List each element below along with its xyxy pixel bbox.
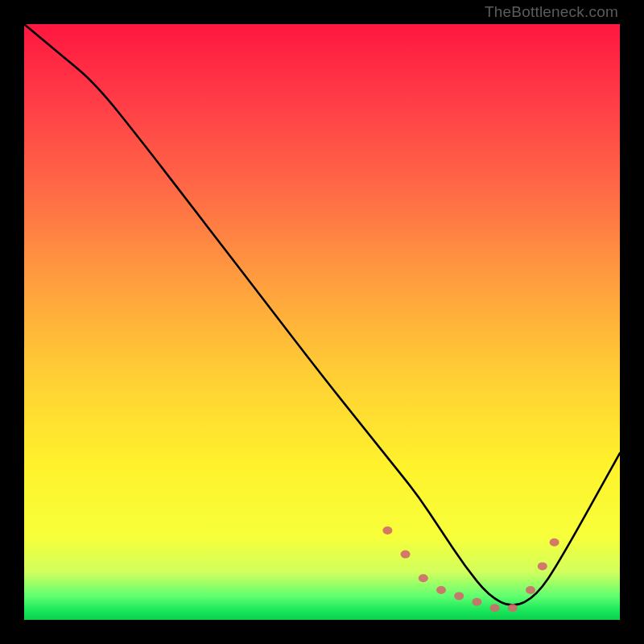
- marker-group: [382, 526, 559, 612]
- watermark-text: TheBottleneck.com: [485, 3, 618, 21]
- curve-marker: [436, 586, 446, 594]
- curve-marker: [382, 526, 392, 535]
- curve-marker: [401, 551, 411, 559]
- curve-marker: [472, 598, 481, 606]
- curve-layer: [24, 24, 620, 620]
- curve-marker: [508, 604, 518, 612]
- curve-marker: [550, 539, 559, 547]
- curve-marker: [538, 562, 547, 570]
- curve-marker: [490, 604, 500, 612]
- curve-marker: [419, 574, 428, 582]
- curve-marker: [454, 592, 464, 600]
- chart-container: TheBottleneck.com: [0, 0, 644, 644]
- plot-area: [24, 24, 620, 620]
- curve-marker: [526, 586, 535, 594]
- bottleneck-curve-line: [24, 24, 620, 605]
